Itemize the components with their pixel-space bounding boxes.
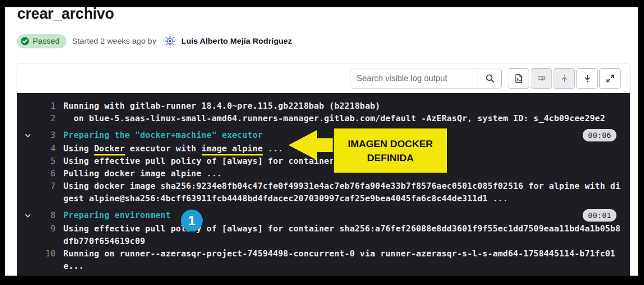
chevron-spacer [17,100,34,112]
log-line: 10Running on runner--azerasqr-project-74… [17,248,630,273]
log-line: 6Pulling docker image alpine ... [17,167,630,180]
scroll-to-bottom-icon [583,74,592,83]
log-line: 3Preparing the "docker+machine" executor… [17,129,630,141]
annotation-callout-line1: IMAGEN DOCKER [348,137,433,151]
search-icon [485,73,495,83]
log-toolbar [17,63,630,93]
scroll-to-top-button[interactable] [554,68,575,89]
wrap-lines-icon [537,74,546,83]
log-line: 8Preparing environment00:01 [17,209,630,222]
check-circle-icon [20,36,30,46]
log-text: Using effective pull policy of [always] … [63,223,630,248]
chevron-spacer [17,223,34,235]
search-input[interactable] [350,69,478,88]
log-text: Using docker image sha256:9234e8fb04c47c… [63,180,630,205]
raw-log-icon [514,74,523,83]
duration-badge: 00:06 [583,129,616,141]
line-number[interactable]: 2 [34,112,56,125]
line-number[interactable]: 4 [34,142,56,155]
status-badge: Passed [17,34,67,48]
line-number[interactable]: 1 [34,100,56,112]
fullscreen-button[interactable] [599,68,621,89]
chevron-spacer [17,155,34,167]
annotation-callout: IMAGEN DOCKER DEFINIDA [333,127,448,174]
chevron-spacer [17,142,34,155]
annotation-step-marker: 1 [181,210,203,231]
status-badge-label: Passed [33,36,60,46]
annotation-step-number: 1 [188,213,195,229]
chevron-down-icon[interactable] [17,129,34,141]
raw-log-button[interactable] [508,68,529,89]
chevron-spacer [17,180,34,192]
fullscreen-icon [606,74,615,83]
line-number[interactable]: 9 [34,223,56,235]
author-name[interactable]: Luis Alberto Mejía Rodríguez [181,36,292,46]
annotation-underline: image alpine [202,144,263,156]
log-search-group [350,69,502,88]
chevron-spacer [17,248,34,260]
scroll-to-bottom-button[interactable] [576,68,598,89]
line-number[interactable]: 5 [34,155,56,167]
log-text: Preparing the "docker+machine" executor [63,129,576,141]
annotation-underline: Docker [94,144,125,156]
log-line: 9Using effective pull policy of [always]… [17,223,630,248]
log-line: 7Using docker image sha256:9234e8fb04c47… [17,180,630,205]
job-status-row: Passed Started 2 weeks ago by Luis Alber… [17,34,292,48]
chevron-spacer [17,112,34,125]
log-line: 1Running with gitlab-runner 18.4.0~pre.1… [17,100,630,112]
annotation-callout-line2: DEFINIDA [367,151,414,165]
started-text: Started 2 weeks ago by [72,36,156,46]
log-text: Running with gitlab-runner 18.4.0~pre.11… [63,100,630,112]
scroll-to-top-icon [560,74,569,83]
log-line: 4Using Docker executor with image alpine… [17,142,630,155]
line-number[interactable]: 7 [34,180,56,192]
log-line: 2 on blue-5.saas-linux-small-amd64.runne… [17,112,630,125]
screenshot-frame: crear_archivo Passed Started 2 weeks ago… [0,0,644,285]
user-avatar[interactable] [163,34,177,48]
line-number[interactable]: 8 [34,209,56,222]
job-log-container: 1Running with gitlab-runner 18.4.0~pre.1… [17,63,630,276]
log-text: on blue-5.saas-linux-small-amd64.runners… [63,112,630,125]
chevron-spacer [17,167,34,180]
log-line: 5Using effective pull policy of [always]… [17,155,630,167]
wrap-lines-button[interactable] [531,68,552,89]
chevron-down-icon[interactable] [17,209,34,222]
line-number[interactable]: 10 [34,248,56,260]
page-title: crear_archivo [17,7,114,22]
duration-badge: 00:01 [583,209,616,222]
job-page: crear_archivo Passed Started 2 weeks ago… [5,7,638,276]
search-button[interactable] [478,69,501,88]
line-number[interactable]: 3 [34,129,56,141]
line-number[interactable]: 6 [34,167,56,180]
log-area: 1Running with gitlab-runner 18.4.0~pre.1… [17,93,630,276]
log-text: Running on runner--azerasqr-project-7459… [63,248,630,273]
log-text: Preparing environment [63,209,576,222]
log-toolbar-buttons [508,68,621,89]
